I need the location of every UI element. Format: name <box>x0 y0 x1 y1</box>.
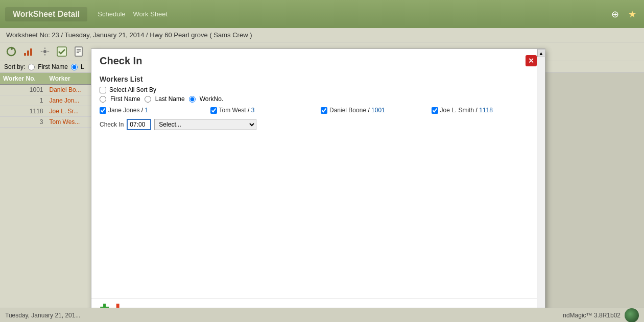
worker-name: Jane Jon... <box>46 95 91 106</box>
sort-lastname-radio[interactable] <box>71 64 78 70</box>
worker-checkbox[interactable] <box>432 107 438 114</box>
dialog-title: Check In <box>100 55 142 67</box>
dialog-body: Workers List Select All Sort By First Na… <box>91 71 545 299</box>
table-row[interactable]: 3Tom Wes... <box>0 117 91 128</box>
svg-rect-5 <box>57 47 66 56</box>
worker-name-text: Joe L. Smith <box>440 107 474 114</box>
status-bar: Tuesday, January 21, 201... ndMagic™ 3.8… <box>0 308 644 322</box>
star-icon[interactable]: ★ <box>626 8 639 21</box>
col-worker-name: Worker <box>46 73 91 85</box>
chart-icon[interactable] <box>21 44 35 59</box>
workers-list-title: Workers List <box>100 75 537 83</box>
dialog-sort-workno-label[interactable]: WorkNo. <box>200 95 223 103</box>
check-icon[interactable] <box>55 44 69 59</box>
check-in-label: Check In <box>100 121 124 128</box>
status-right: ndMagic™ 3.8R1b02 <box>563 308 639 323</box>
dialog-sort-lastname-label[interactable]: Last Name <box>155 95 185 103</box>
worker-name-text: Daniel Boone <box>329 107 366 114</box>
help-icon[interactable]: ⊕ <box>608 8 622 21</box>
document-icon[interactable] <box>71 44 86 59</box>
header-nav: Schedule Work Sheet <box>98 10 168 18</box>
nav-worksheet[interactable]: Work Sheet <box>133 10 168 18</box>
worker-num-text: 1001 <box>371 107 385 114</box>
worker-checkbox[interactable] <box>210 107 217 114</box>
left-panel: Worker No. Worker 1001Daniel Bo...1Jane … <box>0 73 92 317</box>
sort-options-row: First Name Last Name WorkNo. <box>100 95 537 103</box>
header-icons: ⊕ ★ <box>608 8 639 21</box>
worker-name: Joe L. Sr... <box>46 106 91 117</box>
user-avatar <box>625 308 639 323</box>
worker-name-text: Jane Jones <box>108 107 139 114</box>
svg-rect-6 <box>75 47 82 56</box>
svg-rect-2 <box>27 51 29 56</box>
worker-num-text: 3 <box>251 107 255 114</box>
dialog-sort-firstname-radio[interactable] <box>100 96 106 103</box>
header-bar: WorkSheet Detail Schedule Work Sheet ⊕ ★ <box>0 0 644 28</box>
worker-check-item: Tom West / 3 <box>210 107 316 114</box>
worker-separator: / <box>248 107 251 114</box>
table-row[interactable]: 1118Joe L. Sr... <box>0 106 91 117</box>
select-all-row: Select All Sort By <box>100 86 537 93</box>
worker-check-item: Daniel Boone / 1001 <box>321 107 426 114</box>
worker-label[interactable]: Daniel Boone / 1001 <box>329 107 385 114</box>
svg-rect-1 <box>24 53 26 56</box>
dialog-sort-lastname-radio[interactable] <box>145 96 151 103</box>
worker-num: 3 <box>0 117 46 128</box>
worker-check-item: Jane Jones / 1 <box>100 107 205 114</box>
worker-num: 1001 <box>0 85 46 95</box>
check-in-select[interactable]: Select... <box>154 119 256 130</box>
sort-firstname-label[interactable]: First Name <box>38 63 68 70</box>
worker-checkbox[interactable] <box>100 107 106 114</box>
check-in-row: Check In Select... <box>100 119 537 130</box>
breadcrumb: Worksheet No: 23 / Tuesday, January 21, … <box>0 28 644 42</box>
dialog-sort-firstname-label[interactable]: First Name <box>110 95 140 103</box>
select-all-label[interactable]: Select All Sort By <box>109 86 156 93</box>
worker-name-text: Tom West <box>219 107 246 114</box>
select-all-checkbox[interactable] <box>100 87 106 93</box>
svg-point-4 <box>43 50 46 53</box>
worker-num-text: 1 <box>145 107 148 114</box>
sort-by-label: Sort by: <box>4 63 25 70</box>
dialog-sort-workno-radio[interactable] <box>189 96 196 103</box>
worker-name: Tom Wes... <box>46 117 91 128</box>
table-row[interactable]: 1Jane Jon... <box>0 95 91 106</box>
svg-rect-3 <box>30 48 32 56</box>
worker-num: 1118 <box>0 106 46 117</box>
check-in-dialog: ▲ ▼ Check In ✕ Workers List Select All S… <box>91 48 545 319</box>
worker-label[interactable]: Tom West / 3 <box>219 107 255 114</box>
col-worker-no: Worker No. <box>0 73 46 85</box>
status-text: Tuesday, January 21, 201... <box>5 312 80 319</box>
nav-schedule[interactable]: Schedule <box>98 10 125 18</box>
worker-label[interactable]: Joe L. Smith / 1118 <box>440 107 493 114</box>
worker-table: Worker No. Worker 1001Daniel Bo...1Jane … <box>0 73 91 128</box>
version-label: ndMagic™ 3.8R1b02 <box>563 312 621 319</box>
scroll-up-arrow[interactable]: ▲ <box>537 49 545 57</box>
worker-num-text: 1118 <box>479 107 493 114</box>
settings-icon[interactable] <box>38 44 52 59</box>
worker-check-item: Joe L. Smith / 1118 <box>432 107 537 114</box>
worker-label[interactable]: Jane Jones / 1 <box>108 107 148 114</box>
refresh-icon[interactable] <box>4 44 18 59</box>
sort-firstname-radio[interactable] <box>28 64 35 70</box>
table-row[interactable]: 1001Daniel Bo... <box>0 85 91 95</box>
sort-lastname-label[interactable]: L <box>81 63 84 70</box>
dialog-header: Check In ✕ <box>91 49 545 71</box>
worker-checkbox[interactable] <box>321 107 327 114</box>
worker-name: Daniel Bo... <box>46 85 91 95</box>
dialog-close-button[interactable]: ✕ <box>526 55 537 66</box>
app-title: WorkSheet Detail <box>5 7 87 21</box>
workers-grid: Jane Jones / 1 Tom West / 3 Daniel Boone… <box>100 107 537 114</box>
worker-num: 1 <box>0 95 46 106</box>
check-in-time-input[interactable] <box>127 119 151 130</box>
